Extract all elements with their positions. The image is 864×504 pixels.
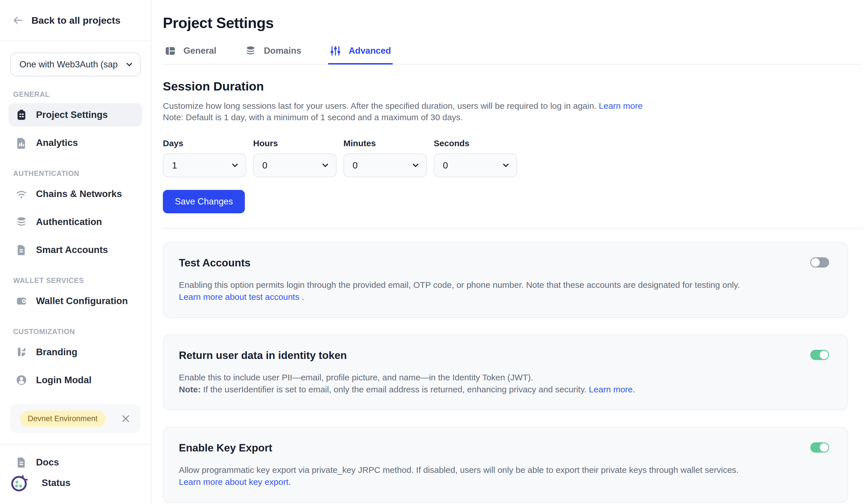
project-selector-value: One with Web3Auth (sap [20,59,123,70]
field-hours: Hours 0 [253,138,337,177]
seconds-select[interactable]: 0 [434,153,517,177]
save-changes-button[interactable]: Save Changes [163,190,245,213]
field-days: Days 1 [163,138,246,177]
field-seconds: Seconds 0 [434,138,517,177]
back-to-projects-link[interactable]: Back to all projects [0,0,151,41]
sidebar-item-project-settings[interactable]: Project Settings [9,103,142,126]
page-title: Project Settings [163,14,862,32]
tab-domains[interactable]: Domains [243,45,303,64]
learn-more-identity-link[interactable]: Learn more. [589,385,635,394]
table-icon [165,45,176,57]
devnet-environment-box: Devnet Environment [10,404,141,433]
arrow-left-icon [12,14,24,26]
close-icon[interactable] [121,414,131,424]
sidebar-item-login-modal[interactable]: Login Modal [9,368,142,392]
session-duration-description: Customize how long sessions last for you… [163,100,862,123]
card-body: Enable this to include user PII—email, p… [179,371,832,395]
identity-token-card: Return user data in identity token Enabl… [163,334,848,410]
sidebar-item-label: Smart Accounts [36,244,108,255]
chevron-down-icon [412,161,419,167]
test-accounts-toggle[interactable] [810,257,829,268]
sidebar-item-status[interactable]: Status [9,472,142,493]
chevron-down-icon [322,161,328,167]
seconds-label: Seconds [434,138,517,148]
card-text: Allow programmatic key export via privat… [179,464,832,476]
sidebar-item-label: Branding [36,347,77,357]
sidebar: Back to all projects One with Web3Auth (… [0,0,152,504]
sliders-icon [330,45,341,57]
sidebar-item-label: Analytics [36,137,78,148]
learn-more-test-accounts-link[interactable]: Learn more about test accounts [179,292,299,302]
card-note-line: Note: If the userIdentifier is set to em… [179,383,832,395]
minutes-label: Minutes [344,138,427,148]
card-title: Enable Key Export [179,442,832,454]
file-icon [15,244,27,256]
duration-fields: Days 1 Hours 0 Minutes 0 [163,138,862,177]
chevron-down-icon [232,161,238,167]
card-title: Test Accounts [179,257,832,269]
devnet-badge: Devnet Environment [20,410,106,427]
card-text: Enabling this option permits login throu… [179,280,740,290]
tab-general[interactable]: General [163,45,218,64]
sidebar-item-label: Login Modal [36,374,92,385]
tab-label: Advanced [349,46,391,56]
chevron-down-icon [503,161,509,167]
identity-token-toggle[interactable] [810,350,829,360]
days-label: Days [163,138,246,148]
days-select[interactable]: 1 [163,153,246,177]
sidebar-item-branding[interactable]: Branding [9,340,142,364]
key-export-card: Enable Key Export Allow programmatic key… [163,427,848,503]
web3auth-dashboard: Back to all projects One with Web3Auth (… [0,0,864,504]
sidebar-item-authentication[interactable]: Authentication [9,210,142,234]
toggle-knob [820,443,828,452]
sidebar-footer: Docs Status [0,444,151,504]
key-export-toggle[interactable] [810,442,829,453]
hours-value: 0 [262,160,267,171]
days-value: 1 [172,160,177,171]
sidebar-item-docs[interactable]: Docs [9,452,142,472]
tab-advanced[interactable]: Advanced [328,45,393,64]
sidebar-nav: GENERAL Project Settings Analytics AUTHE… [0,76,151,392]
test-accounts-card: Test Accounts Enabling this option permi… [163,242,848,318]
tab-label: General [183,46,216,56]
card-body: Enabling this option permits login throu… [179,279,747,303]
learn-more-key-export-link[interactable]: Learn more about key export. [179,476,832,488]
section-label-wallet-services: WALLET SERVICES [13,276,142,285]
minutes-select[interactable]: 0 [344,153,427,177]
section-label-authentication: AUTHENTICATION [13,169,142,177]
sidebar-item-label: Docs [36,457,59,468]
analytics-icon [15,137,27,149]
field-minutes: Minutes 0 [344,138,427,177]
card-body: Allow programmatic key export via privat… [179,464,832,488]
section-label-general: GENERAL [13,90,142,99]
section-divider [163,228,862,229]
tab-bar: General Domains Advanced [163,45,862,64]
sidebar-item-label: Status [42,477,71,488]
wallet-icon [15,295,27,307]
tab-label: Domains [264,46,301,56]
sidebar-item-label: Project Settings [36,109,108,120]
sidebar-item-smart-accounts[interactable]: Smart Accounts [9,238,142,261]
sidebar-item-label: Chains & Networks [36,188,122,199]
session-duration-heading: Session Duration [163,79,862,94]
card-title: Return user data in identity token [179,349,832,362]
project-selector-dropdown[interactable]: One with Web3Auth (sap [10,52,141,76]
session-note: Note: Default is 1 day, with a minimum o… [163,112,862,123]
description-text: Customize how long sessions last for you… [163,101,596,111]
note-text: If the userIdentifier is set to email, o… [201,385,589,394]
sidebar-item-label: Authentication [36,217,102,227]
chevron-down-icon [126,60,132,66]
sidebar-item-analytics[interactable]: Analytics [9,131,142,155]
main-content: Project Settings General Domains Advance… [152,0,864,504]
card-text-suffix: . [299,292,304,302]
hours-select[interactable]: 0 [253,153,337,177]
sidebar-item-chains-networks[interactable]: Chains & Networks [9,182,142,206]
toggle-knob [811,258,820,267]
learn-more-link[interactable]: Learn more [599,101,643,111]
sidebar-item-wallet-configuration[interactable]: Wallet Configuration [9,289,142,313]
cookie-icon[interactable] [11,474,30,492]
user-icon [15,374,27,386]
database-icon [245,45,256,57]
hours-label: Hours [253,138,337,148]
note-label: Note: [179,385,201,394]
